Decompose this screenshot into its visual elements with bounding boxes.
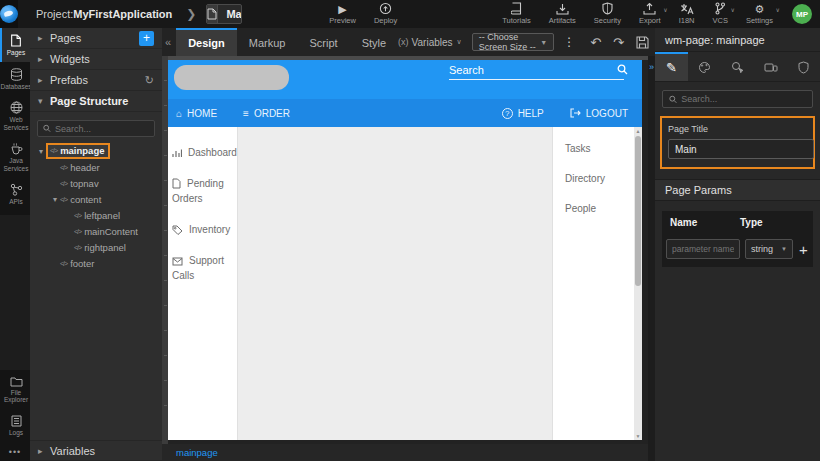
- user-avatar[interactable]: MP: [792, 4, 812, 24]
- devices-icon: [764, 62, 778, 73]
- tab-script[interactable]: Script: [298, 28, 350, 56]
- kebab-menu-icon[interactable]: ⋮: [554, 35, 584, 49]
- scrollbar-thumb[interactable]: [635, 136, 641, 286]
- section-prefabs[interactable]: ▸ Prefabs ↻: [30, 70, 162, 91]
- tab-events[interactable]: [721, 52, 754, 81]
- page-selector[interactable]: Main: [206, 4, 242, 24]
- open-page-tab[interactable]: mainpage: [176, 447, 218, 458]
- app-search-field[interactable]: Search: [449, 64, 624, 91]
- rail-item-databases[interactable]: Databases: [0, 62, 30, 96]
- app-main-content[interactable]: [238, 127, 552, 440]
- more-options-icon[interactable]: •••: [0, 441, 30, 461]
- structure-search[interactable]: [37, 120, 155, 137]
- tree-node-content[interactable]: ▾ </>content: [30, 191, 162, 207]
- pages-icon: [10, 34, 22, 47]
- deploy-button[interactable]: Deploy: [374, 0, 397, 28]
- add-page-button[interactable]: +: [139, 31, 154, 46]
- security-button[interactable]: Security: [594, 0, 621, 28]
- settings-button[interactable]: ⚙ Settings: [746, 0, 773, 28]
- tree-node-topnav[interactable]: </>topnav: [30, 175, 162, 191]
- rail-item-java-services[interactable]: Java Services: [0, 136, 30, 177]
- chevron-down-icon: ∨: [457, 38, 462, 46]
- section-variables[interactable]: ▸ Variables: [30, 440, 162, 461]
- left-icon-rail: Pages Databases Web Services Java Servic…: [0, 28, 30, 461]
- app-link-directory[interactable]: Directory: [565, 173, 634, 184]
- tab-styles[interactable]: [688, 52, 721, 81]
- tab-security[interactable]: [787, 52, 820, 81]
- tab-design[interactable]: Design: [176, 28, 237, 56]
- code-icon: </>: [60, 164, 67, 171]
- tab-properties[interactable]: ✎: [655, 52, 688, 81]
- i18n-button[interactable]: I18N: [679, 0, 695, 28]
- properties-search[interactable]: [662, 90, 813, 108]
- code-icon: </>: [74, 244, 81, 251]
- tab-markup[interactable]: Markup: [237, 28, 298, 56]
- properties-search-input[interactable]: [681, 94, 806, 104]
- rail-item-pages[interactable]: Pages: [0, 28, 30, 62]
- search-icon: [669, 95, 677, 104]
- variables-dropdown[interactable]: (x) Variables ∨: [398, 37, 462, 48]
- section-pages[interactable]: ▸ Pages +: [30, 28, 162, 49]
- tab-devices[interactable]: [754, 52, 787, 81]
- app-link-tasks[interactable]: Tasks: [565, 143, 634, 154]
- tree-node-maincontent[interactable]: </>mainContent: [30, 223, 162, 239]
- add-param-button[interactable]: +: [799, 241, 808, 258]
- tree-node-leftpanel[interactable]: </>leftpanel: [30, 207, 162, 223]
- tree-node-mainpage[interactable]: ▾ </>mainpage: [30, 143, 162, 159]
- page-title-input[interactable]: [668, 139, 814, 159]
- vertical-ruler: [162, 56, 168, 444]
- play-icon: ▶: [338, 3, 346, 15]
- collapse-left-panel-icon[interactable]: «: [162, 36, 176, 48]
- rail-item-file-explorer[interactable]: File Explorer: [0, 370, 30, 409]
- search-icon[interactable]: [617, 64, 642, 75]
- scroll-down-icon[interactable]: ▼: [634, 432, 642, 440]
- vcs-button[interactable]: VCS: [712, 0, 727, 28]
- design-canvas[interactable]: Search ⌂ HOME ≡ ORDER ? HELP: [162, 56, 642, 440]
- app-nav-pending-orders[interactable]: Pending Orders: [162, 168, 237, 214]
- page-selector-value: Main: [218, 8, 242, 20]
- rail-item-web-services[interactable]: Web Services: [0, 95, 30, 136]
- rail-item-apis[interactable]: APIs: [0, 177, 30, 211]
- canvas-toolbar: « Design Markup Script Style (x) Variabl…: [162, 28, 655, 56]
- app-nav-dashboard[interactable]: Dashboard: [162, 137, 237, 168]
- screen-size-select[interactable]: -- Choose Screen Size -- ▼: [472, 33, 555, 51]
- app-nav-help[interactable]: ? HELP: [502, 108, 544, 119]
- rail-item-logs[interactable]: Logs: [0, 409, 30, 442]
- preview-button[interactable]: ▶ Preview: [329, 0, 356, 28]
- caret-down-icon: ▼: [540, 39, 547, 46]
- app-nav-order[interactable]: ≡ ORDER: [243, 108, 290, 119]
- app-nav-logout[interactable]: LOGOUT: [570, 108, 628, 119]
- expand-right-panel-icon[interactable]: »: [648, 56, 655, 72]
- redo-icon[interactable]: ↷: [607, 35, 630, 50]
- tree-node-footer[interactable]: </>footer: [30, 255, 162, 271]
- app-nav-home[interactable]: ⌂ HOME: [176, 108, 217, 119]
- undo-icon[interactable]: ↶: [584, 35, 607, 50]
- artifacts-button[interactable]: Artifacts: [549, 0, 576, 28]
- section-widgets[interactable]: ▸ Widgets: [30, 49, 162, 70]
- scroll-up-icon[interactable]: ▲: [634, 127, 642, 135]
- top-bar: Project:MyFirstApplication ❯ Main ▶ Prev…: [0, 0, 820, 28]
- tree-node-rightpanel[interactable]: </>rightpanel: [30, 239, 162, 255]
- app-header[interactable]: Search: [162, 56, 642, 99]
- section-page-structure[interactable]: ▾ Page Structure: [30, 91, 162, 112]
- param-name-input[interactable]: [666, 239, 740, 259]
- help-icon: ?: [502, 108, 513, 119]
- tree-node-header[interactable]: </>header: [30, 159, 162, 175]
- folder-icon: [10, 376, 23, 387]
- variables-icon: (x): [398, 37, 409, 47]
- tutorials-button[interactable]: Tutorials: [502, 0, 530, 28]
- canvas-scrollbar[interactable]: ▲ ▼: [634, 127, 642, 440]
- structure-search-input[interactable]: [55, 124, 149, 134]
- app-nav-support-calls[interactable]: Support Calls: [162, 245, 237, 291]
- wavemaker-logo[interactable]: [0, 0, 18, 28]
- pages-panel: ▸ Pages + ▸ Widgets ▸ Prefabs ↻ ▾ Page S…: [30, 28, 162, 461]
- export-button[interactable]: Export: [639, 0, 661, 28]
- refresh-icon[interactable]: ↻: [145, 74, 154, 87]
- save-icon[interactable]: [630, 36, 655, 49]
- translate-icon: [680, 3, 694, 15]
- app-link-people[interactable]: People: [565, 203, 634, 214]
- app-nav-inventory[interactable]: Inventory: [162, 214, 237, 245]
- param-type-select[interactable]: string ▼: [745, 239, 793, 259]
- canvas-bottom-bar: mainpage: [162, 444, 655, 461]
- tab-style[interactable]: Style: [350, 28, 398, 56]
